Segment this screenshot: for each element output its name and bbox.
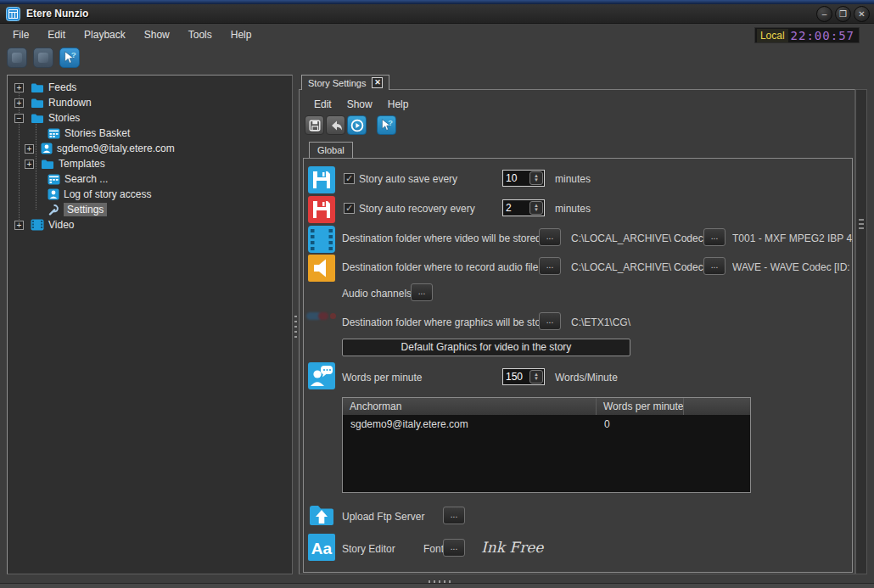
app-icon bbox=[6, 7, 20, 21]
vertical-splitter-grip[interactable] bbox=[294, 316, 297, 341]
menu-tools[interactable]: Tools bbox=[179, 26, 221, 43]
tab-close-icon[interactable]: ✕ bbox=[372, 77, 383, 88]
graphics-folder-browse-button[interactable]: ... bbox=[539, 312, 561, 330]
tab-global[interactable]: Global bbox=[309, 142, 353, 158]
main-toolbar: ? bbox=[7, 48, 80, 68]
autosave-minutes-stepper[interactable]: 10 ▲▼ bbox=[502, 170, 545, 187]
menu-playback[interactable]: Playback bbox=[75, 26, 135, 43]
tree-item-label: Feeds bbox=[48, 81, 76, 93]
expand-icon[interactable]: + bbox=[14, 98, 24, 108]
tree-item-label: Stories bbox=[48, 112, 80, 124]
close-button[interactable]: ✕ bbox=[854, 6, 870, 22]
app-window: Etere Nunzio – ❐ ✕ File Edit Playback Sh… bbox=[0, 0, 874, 588]
save-button[interactable] bbox=[305, 115, 324, 135]
menu-edit[interactable]: Edit bbox=[38, 26, 75, 43]
ftp-upload-folder-icon bbox=[308, 501, 335, 529]
undo-button[interactable] bbox=[326, 115, 345, 135]
tool-button-1[interactable] bbox=[7, 48, 27, 68]
autorecovery-checkbox[interactable]: ✓ bbox=[344, 203, 355, 214]
tree-item-feeds[interactable]: + Feeds bbox=[8, 80, 292, 95]
panel-toolbar: ? bbox=[305, 115, 396, 135]
audio-codec-browse-button[interactable]: ... bbox=[703, 257, 726, 275]
film-icon bbox=[31, 219, 44, 231]
column-header-anchorman[interactable]: Anchorman bbox=[343, 398, 597, 415]
tree-item-video[interactable]: + Video bbox=[8, 217, 292, 232]
column-header-blank[interactable] bbox=[684, 398, 750, 415]
navigation-tree: + Feeds + Rundown − Stories Stor bbox=[7, 75, 293, 574]
tree-item-stories[interactable]: − Stories bbox=[8, 110, 292, 126]
play-circle-icon bbox=[350, 118, 365, 133]
cell-anchorman: sgdemo9@italy.etere.com bbox=[343, 418, 597, 430]
panel-menu-edit[interactable]: Edit bbox=[306, 97, 339, 112]
tree-item-label: Search ... bbox=[64, 173, 108, 185]
tree-item-stories-basket[interactable]: Stories Basket bbox=[8, 126, 292, 141]
autosave-value[interactable]: 10 bbox=[503, 172, 529, 184]
video-codec-browse-button[interactable]: ... bbox=[703, 228, 726, 246]
help-cursor-icon: ? bbox=[379, 118, 394, 132]
tab-story-settings[interactable]: Story Settings ✕ bbox=[301, 75, 389, 90]
collapsed-side-strip[interactable] bbox=[855, 89, 867, 574]
table-row[interactable]: sgdemo9@italy.etere.com 0 bbox=[343, 415, 750, 434]
tree-item-label: Video bbox=[48, 219, 74, 231]
restore-button[interactable]: ❐ bbox=[835, 6, 851, 22]
autosave-label: Story auto save every bbox=[359, 173, 457, 185]
tree-item-anchorman-account[interactable]: + sgdemo9@italy.etere.com bbox=[8, 141, 292, 156]
font-browse-button[interactable]: ... bbox=[443, 539, 465, 557]
anchorman-table-header[interactable]: Anchorman Words per minute bbox=[343, 398, 750, 415]
column-header-wpm[interactable]: Words per minute bbox=[597, 398, 684, 415]
autorecovery-value[interactable]: 2 bbox=[503, 202, 529, 214]
dim-glyph-icon bbox=[38, 53, 48, 63]
autorecovery-minutes-stepper[interactable]: 2 ▲▼ bbox=[502, 199, 545, 216]
expand-icon[interactable]: + bbox=[25, 160, 34, 169]
audio-channels-browse-button[interactable]: ... bbox=[411, 283, 433, 301]
side-strip-grip[interactable] bbox=[859, 219, 864, 231]
tree-item-search[interactable]: Search ... bbox=[8, 171, 292, 187]
wpm-stepper[interactable]: 150 ▲▼ bbox=[502, 368, 545, 385]
wpm-value[interactable]: 150 bbox=[503, 371, 529, 383]
menu-show[interactable]: Show bbox=[135, 26, 179, 43]
dim-glyph-icon bbox=[12, 53, 22, 63]
panel-menu-show[interactable]: Show bbox=[339, 97, 380, 112]
font-value: Ink Free bbox=[481, 539, 543, 556]
person-icon bbox=[48, 188, 59, 200]
graphics-folder-label: Destination folder where graphics will b… bbox=[342, 316, 555, 328]
tab-global-label: Global bbox=[317, 145, 345, 155]
wrench-icon bbox=[48, 204, 59, 216]
main-menubar: File Edit Playback Show Tools Help bbox=[3, 26, 261, 43]
expand-icon[interactable]: + bbox=[14, 221, 24, 230]
tree-item-label: Settings bbox=[64, 203, 107, 216]
tree-item-templates[interactable]: + Templates bbox=[8, 156, 292, 171]
autosave-unit: minutes bbox=[555, 173, 591, 185]
context-help-button[interactable]: ? bbox=[377, 115, 396, 135]
menu-file[interactable]: File bbox=[3, 26, 38, 43]
autosave-checkbox[interactable]: ✓ bbox=[344, 173, 355, 184]
minimize-button[interactable]: – bbox=[816, 6, 832, 22]
titlebar[interactable]: Etere Nunzio – ❐ ✕ bbox=[0, 4, 874, 24]
expand-icon[interactable]: + bbox=[14, 83, 24, 92]
ftp-label: Upload Ftp Server bbox=[342, 511, 424, 523]
graphics-folder-path: C:\ETX1\CG\ bbox=[571, 316, 630, 328]
expand-icon[interactable]: + bbox=[25, 144, 34, 154]
ftp-browse-button[interactable]: ... bbox=[443, 507, 465, 524]
spinner-arrows-icon[interactable]: ▲▼ bbox=[529, 370, 543, 384]
tree-item-settings[interactable]: Settings bbox=[8, 202, 292, 217]
collapse-icon[interactable]: − bbox=[14, 114, 24, 123]
default-graphics-button[interactable]: Default Graphics for video in the story bbox=[342, 339, 630, 356]
tool-button-2[interactable] bbox=[33, 48, 53, 68]
audio-folder-browse-button[interactable]: ... bbox=[539, 257, 561, 275]
save-floppy-icon bbox=[308, 119, 322, 132]
undo-arrow-icon bbox=[329, 119, 343, 132]
panel-menu-help[interactable]: Help bbox=[380, 97, 417, 112]
menu-help[interactable]: Help bbox=[221, 26, 261, 43]
spinner-arrows-icon[interactable]: ▲▼ bbox=[529, 201, 543, 215]
tree-item-rundown[interactable]: + Rundown bbox=[8, 95, 292, 110]
playback-button[interactable] bbox=[347, 115, 367, 135]
autorecovery-label: Story auto recovery every bbox=[359, 203, 475, 215]
horizontal-splitter-grip[interactable] bbox=[429, 580, 451, 583]
spinner-arrows-icon[interactable]: ▲▼ bbox=[529, 171, 543, 185]
video-folder-browse-button[interactable]: ... bbox=[539, 228, 561, 246]
tree-item-label: Templates bbox=[59, 158, 105, 170]
context-help-button[interactable]: ? bbox=[59, 48, 80, 68]
wpm-label: Words per minute bbox=[342, 372, 422, 384]
tree-item-log-of-story-access[interactable]: Log of story access bbox=[8, 187, 292, 202]
